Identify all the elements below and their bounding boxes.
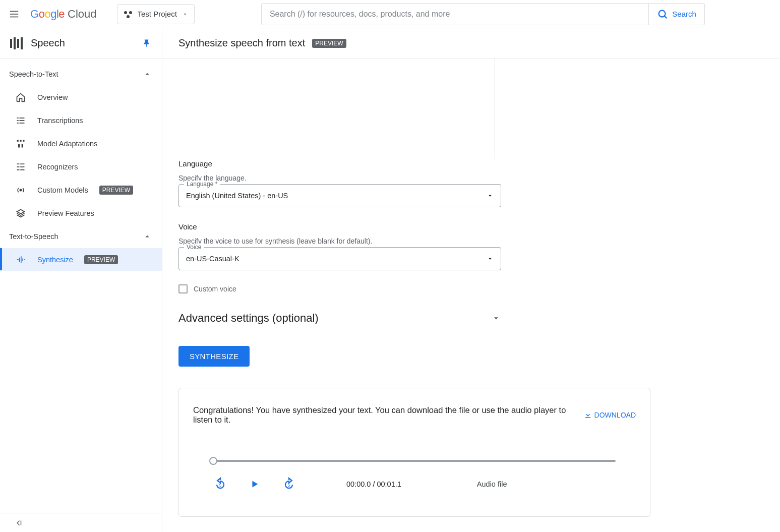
play-icon bbox=[249, 479, 260, 490]
chevron-up-icon bbox=[143, 232, 152, 241]
grid-icon bbox=[15, 138, 26, 149]
sidebar-item-recognizers[interactable]: Recognizers bbox=[0, 155, 162, 179]
search-placeholder: Search (/) for resources, docs, products… bbox=[270, 10, 450, 19]
forward-icon: 5 bbox=[282, 477, 296, 491]
checkbox-icon[interactable] bbox=[178, 284, 188, 293]
svg-rect-10 bbox=[20, 123, 25, 124]
sidebar-item-synthesize[interactable]: Synthesize PREVIEW bbox=[0, 248, 162, 271]
list-icon bbox=[15, 115, 26, 126]
chevron-up-icon bbox=[143, 70, 152, 79]
replay-5-button[interactable]: 5 bbox=[213, 477, 227, 491]
language-select[interactable]: Language * English (United States) - en-… bbox=[178, 184, 501, 207]
custom-voice-label: Custom voice bbox=[194, 285, 236, 293]
download-label: DOWNLOAD bbox=[594, 411, 636, 419]
svg-text:5: 5 bbox=[288, 483, 290, 488]
voice-field-legend: Voice bbox=[184, 244, 204, 251]
signal-icon bbox=[15, 185, 26, 196]
section-speech-to-text[interactable]: Speech-to-Text bbox=[0, 63, 162, 86]
project-picker[interactable]: Test Project bbox=[117, 4, 195, 24]
section-text-to-speech[interactable]: Text-to-Speech bbox=[0, 225, 162, 248]
svg-text:5: 5 bbox=[219, 483, 222, 488]
svg-rect-19 bbox=[20, 166, 24, 167]
custom-voice-checkbox-row[interactable]: Custom voice bbox=[178, 284, 650, 293]
svg-rect-12 bbox=[20, 140, 21, 142]
language-field-legend: Language * bbox=[184, 181, 220, 188]
slider-thumb[interactable] bbox=[209, 457, 217, 465]
sidebar-item-label: Recognizers bbox=[37, 163, 78, 171]
svg-point-22 bbox=[20, 189, 21, 191]
search-button[interactable]: Search bbox=[649, 3, 705, 25]
voice-value: en-US-Casual-K bbox=[186, 255, 239, 263]
playback-label: Audio file bbox=[477, 480, 507, 488]
preview-badge: PREVIEW bbox=[312, 39, 346, 48]
playback-time: 00:00.0 / 00:01.1 bbox=[346, 480, 401, 488]
home-icon bbox=[15, 92, 26, 103]
language-desc: Specify the language. bbox=[178, 174, 650, 182]
svg-rect-9 bbox=[17, 123, 19, 124]
project-label: Test Project bbox=[138, 10, 177, 18]
svg-line-4 bbox=[665, 16, 667, 18]
voice-section-title: Voice bbox=[178, 222, 650, 231]
preview-badge: PREVIEW bbox=[84, 255, 118, 264]
sidebar-item-transcriptions[interactable]: Transcriptions bbox=[0, 109, 162, 132]
sidebar-item-model-adaptations[interactable]: Model Adaptations bbox=[0, 132, 162, 155]
main-content: Synthesize speech from text PREVIEW Lang… bbox=[162, 28, 780, 532]
page-title: Synthesize speech from text bbox=[178, 37, 305, 49]
download-icon bbox=[583, 410, 592, 420]
preview-badge: PREVIEW bbox=[99, 186, 133, 195]
svg-rect-7 bbox=[17, 120, 19, 121]
svg-rect-5 bbox=[17, 117, 19, 119]
svg-rect-15 bbox=[22, 144, 23, 148]
advanced-settings-toggle[interactable]: Advanced settings (optional) bbox=[178, 312, 501, 325]
advanced-label: Advanced settings (optional) bbox=[178, 312, 319, 325]
download-button[interactable]: DOWNLOAD bbox=[583, 410, 636, 420]
sidebar-item-overview[interactable]: Overview bbox=[0, 86, 162, 109]
dropdown-icon bbox=[487, 192, 494, 199]
sidebar-item-label: Custom Models bbox=[37, 186, 88, 194]
audio-progress-slider[interactable] bbox=[213, 460, 616, 462]
svg-rect-18 bbox=[17, 166, 20, 167]
collapse-icon bbox=[14, 518, 23, 527]
dropdown-icon bbox=[182, 11, 188, 17]
svg-point-3 bbox=[659, 10, 666, 17]
collapse-sidebar-button[interactable] bbox=[0, 513, 162, 532]
result-card: Congratulations! You have synthesized yo… bbox=[178, 388, 650, 517]
language-section-title: Language bbox=[178, 159, 650, 168]
result-message: Congratulations! You have synthesized yo… bbox=[193, 405, 573, 425]
svg-rect-21 bbox=[20, 169, 24, 170]
sidebar-item-label: Transcriptions bbox=[37, 116, 83, 125]
google-cloud-logo[interactable]: Google Cloud bbox=[30, 8, 97, 21]
svg-rect-14 bbox=[18, 144, 20, 148]
section-label: Text-to-Speech bbox=[9, 232, 58, 241]
sidebar-item-label: Synthesize bbox=[37, 256, 73, 264]
top-spacer bbox=[178, 58, 495, 159]
svg-rect-13 bbox=[23, 140, 24, 142]
pin-icon[interactable] bbox=[143, 39, 152, 48]
svg-rect-8 bbox=[20, 120, 25, 121]
search-input[interactable]: Search (/) for resources, docs, products… bbox=[261, 3, 649, 25]
sidebar-item-custom-models[interactable]: Custom Models PREVIEW bbox=[0, 179, 162, 202]
dropdown-icon bbox=[487, 255, 494, 262]
voice-select[interactable]: Voice en-US-Casual-K bbox=[178, 247, 501, 270]
project-icon bbox=[124, 10, 133, 19]
section-label: Speech-to-Text bbox=[9, 70, 58, 78]
language-value: English (United States) - en-US bbox=[186, 192, 288, 200]
play-button[interactable] bbox=[248, 477, 262, 491]
global-header: Google Cloud Test Project Search (/) for… bbox=[0, 0, 780, 28]
svg-rect-20 bbox=[17, 169, 20, 170]
menu-icon[interactable] bbox=[8, 8, 20, 20]
voice-desc: Specify the voice to use for synthesis (… bbox=[178, 237, 650, 245]
forward-5-button[interactable]: 5 bbox=[282, 477, 296, 491]
chevron-down-icon bbox=[491, 313, 501, 323]
sidebar-item-label: Preview Features bbox=[37, 209, 94, 217]
sidebar-title: Speech bbox=[31, 37, 135, 49]
sidebar-item-label: Model Adaptations bbox=[37, 140, 97, 148]
sidebar-item-label: Overview bbox=[37, 93, 68, 101]
replay-icon: 5 bbox=[213, 477, 227, 491]
synthesize-button[interactable]: SYNTHESIZE bbox=[178, 346, 250, 367]
waveform-icon bbox=[15, 254, 26, 265]
svg-rect-17 bbox=[20, 163, 24, 164]
svg-rect-11 bbox=[17, 140, 19, 142]
sidebar-item-preview-features[interactable]: Preview Features bbox=[0, 202, 162, 225]
search-button-label: Search bbox=[672, 10, 696, 18]
